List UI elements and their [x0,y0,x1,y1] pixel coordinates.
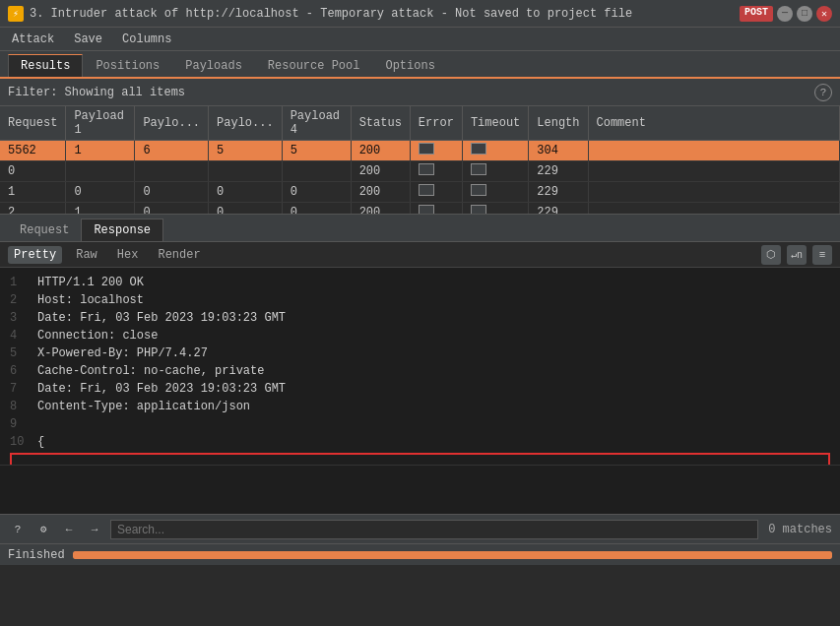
table-cell-2-1: 0 [66,182,135,203]
table-cell-1-5: 200 [351,161,410,182]
tab-request[interactable]: Request [8,219,81,241]
menu-save[interactable]: Save [70,31,106,48]
view-tab-hex[interactable]: Hex [111,246,145,264]
response-line-5: 5 X-Powered-By: PHP/7.4.27 [10,344,830,362]
line-num-3: 3 [10,309,30,327]
line-num-2: 2 [10,291,30,309]
table-cell-0-5: 200 [351,141,410,161]
table-cell-2-6 [410,182,462,203]
col-header-payload2[interactable]: Paylo... [135,106,209,141]
col-header-error[interactable]: Error [410,106,462,141]
checkbox-error-2[interactable] [419,184,434,196]
table-cell-0-1: 1 [66,141,135,161]
view-tabs: Pretty Raw Hex Render ⬡ ↵n ≡ [0,242,840,268]
wrap-icon[interactable]: ⬡ [761,245,781,265]
back-icon-btn[interactable]: ← [59,520,79,539]
table-cell-2-2: 0 [135,182,209,203]
view-tab-pretty[interactable]: Pretty [8,246,62,264]
col-header-status[interactable]: Status [351,106,410,141]
table-row[interactable]: 0200229 [0,161,840,182]
line-num-11 [16,457,35,465]
help-button[interactable]: ? [814,84,832,101]
col-header-timeout[interactable]: Timeout [462,106,528,141]
response-line-3: 3 Date: Fri, 03 Feb 2023 19:03:23 GMT [10,309,830,327]
table-row[interactable]: 10000200229 [0,182,840,203]
col-header-request[interactable]: Request [0,106,66,141]
close-button[interactable]: ✕ [816,6,832,22]
col-header-payload4[interactable]: Payload 4 [282,106,351,141]
table-cell-1-4 [282,161,351,182]
table-row[interactable]: 55621655200304 [0,141,840,161]
view-tab-render[interactable]: Render [152,246,206,264]
response-line-8: 8 Content-Type: application/json [10,398,830,415]
tab-resource-pool[interactable]: Resource Pool [255,54,373,77]
table-cell-0-2: 6 [135,141,209,161]
req-resp-tabs: Request Response [0,215,840,242]
progress-bar [73,551,832,559]
table-cell-2-5: 200 [351,182,410,203]
line-content-6: Cache-Control: no-cache, private [37,362,264,380]
line-num-6: 6 [10,362,30,380]
results-table-container[interactable]: Request Payload 1 Paylo... Paylo... Payl… [0,106,840,215]
table-cell-0-6 [410,141,462,161]
tab-options[interactable]: Options [372,54,447,77]
table-cell-1-7 [462,161,528,182]
line-content-5: X-Powered-By: PHP/7.4.27 [37,344,208,362]
menu-icon[interactable]: ≡ [812,245,832,265]
checkbox-error-0[interactable] [419,143,434,155]
table-cell-3-9 [588,203,839,216]
table-cell-3-7 [462,203,528,216]
response-line-4: 4 Connection: close [10,327,830,344]
match-count: 0 matches [768,523,832,536]
checkbox-timeout-1[interactable] [471,163,486,175]
tab-response[interactable]: Response [81,219,163,241]
response-line-1: 1 HTTP/1.1 200 OK [10,274,830,291]
help-icon-btn[interactable]: ? [8,520,28,539]
line-num-1: 1 [10,274,30,291]
col-header-comment[interactable]: Comment [588,106,839,141]
table-cell-3-4: 0 [282,203,351,216]
checkbox-timeout-0[interactable] [471,143,486,155]
table-row[interactable]: 21000200229 [0,203,840,216]
title-bar: ⚡ 3. Intruder attack of http://localhost… [0,0,840,28]
maximize-button[interactable]: □ [797,6,812,22]
app-icon: ⚡ [8,6,24,22]
table-cell-3-1: 1 [66,203,135,216]
table-header-row: Request Payload 1 Paylo... Paylo... Payl… [0,106,840,141]
line-content-4: Connection: close [37,327,158,344]
line-content-1: HTTP/1.1 200 OK [37,274,144,291]
ln-icon[interactable]: ↵n [787,245,807,265]
response-line-9: 9 [10,415,830,433]
checkbox-timeout-3[interactable] [471,205,486,215]
line-num-4: 4 [10,327,30,344]
checkbox-timeout-2[interactable] [471,184,486,196]
col-header-payload1[interactable]: Payload 1 [66,106,135,141]
response-content[interactable]: 1 HTTP/1.1 200 OK 2 Host: localhost 3 Da… [0,268,840,465]
line-content-8: Content-Type: application/json [37,398,250,415]
tab-payloads[interactable]: Payloads [172,54,255,77]
minimize-button[interactable]: ─ [777,6,793,22]
line-content-2: Host: localhost [37,291,144,309]
response-line-7: 7 Date: Fri, 03 Feb 2023 19:03:23 GMT [10,380,830,398]
checkbox-error-3[interactable] [419,205,434,215]
checkbox-error-1[interactable] [419,163,434,175]
post-badge: POST [740,6,773,22]
title-bar-left: ⚡ 3. Intruder attack of http://localhost… [8,6,632,22]
table-cell-1-9 [588,161,839,182]
json-highlight-box: "id":1, "username":"richardbranson", "ac… [10,453,830,465]
table-cell-0-9 [588,141,839,161]
tab-results[interactable]: Results [8,54,83,77]
menu-attack[interactable]: Attack [8,31,58,48]
response-line-2: 2 Host: localhost [10,291,830,309]
status-text: Finished [8,548,65,562]
view-tab-raw[interactable]: Raw [70,246,103,264]
tab-positions[interactable]: Positions [83,54,172,77]
col-header-length[interactable]: Length [529,106,588,141]
settings-icon-btn[interactable]: ⚙ [33,520,53,539]
menu-bar: Attack Save Columns [0,28,840,51]
col-header-payload3[interactable]: Paylo... [209,106,283,141]
menu-columns[interactable]: Columns [118,31,175,48]
forward-icon-btn[interactable]: → [85,520,104,539]
progress-bar-fill [73,551,832,559]
search-input[interactable] [110,520,758,539]
